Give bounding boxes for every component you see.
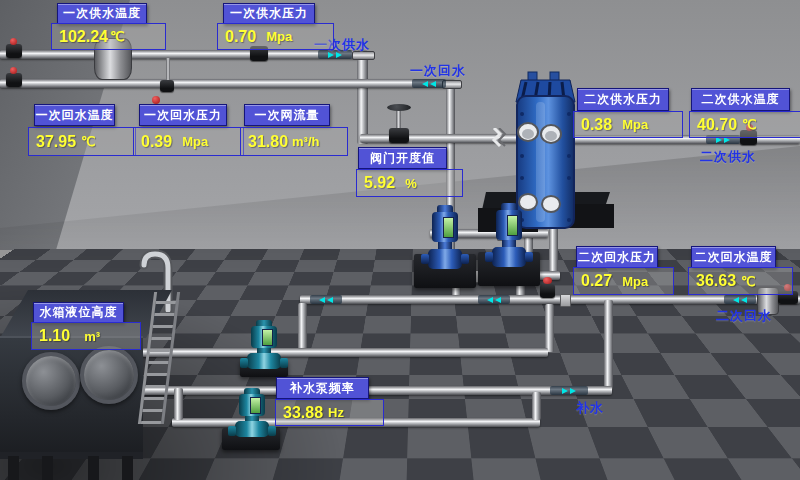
pump-indicator-window — [262, 329, 273, 346]
valve-handle-icon — [152, 96, 160, 104]
panel-value-secondary-supply-pressure: 0.38 Mpa — [573, 111, 683, 138]
pump-volute — [235, 421, 269, 437]
value-number: 0.70 — [225, 28, 256, 46]
value-number: 0.38 — [581, 116, 612, 134]
value-unit: Mpa — [622, 274, 648, 289]
panel-title-primary-return-temp: 一次回水温度 — [34, 104, 115, 126]
value-number: 1.10 — [39, 327, 70, 345]
pump-neck — [502, 240, 516, 247]
valve-icon[interactable] — [540, 284, 555, 298]
pipe-segment — [545, 304, 554, 352]
value-number: 0.27 — [581, 272, 612, 290]
flow-arrow-icon — [310, 295, 342, 304]
panel-value-primary-supply-pressure: 0.70 Mpa — [217, 23, 334, 50]
tank-leg — [122, 456, 133, 480]
panel-value-primary-supply-temp: 102.24 ℃ — [51, 23, 166, 50]
panel-value-primary-flow: 31.80 m³/h — [240, 127, 348, 156]
panel-title-secondary-supply-temp: 二次供水温度 — [691, 88, 790, 111]
valve-icon[interactable] — [160, 80, 174, 92]
flow-arrow-icon — [724, 295, 756, 304]
pipe-segment — [174, 388, 183, 420]
pump-volute — [247, 353, 281, 369]
value-unit: Hz — [328, 405, 344, 420]
panel-value-secondary-return-temp: 36.63 ℃ — [688, 267, 793, 295]
pipe-segment — [298, 303, 307, 352]
valve-handle-icon — [543, 277, 552, 284]
tank-leg — [88, 456, 99, 480]
value-unit: Mpa — [622, 117, 648, 132]
panel-title-secondary-return-temp: 二次回水温度 — [691, 246, 776, 268]
panel-title-tank-level: 水箱液位高度 — [33, 302, 124, 323]
pipe-segment — [357, 54, 368, 144]
tank-manhole-icon — [80, 346, 138, 404]
valve-handle-icon — [10, 38, 17, 45]
panel-value-valve-opening: 5.92 % — [356, 169, 463, 197]
circulation-pump-1[interactable] — [428, 205, 462, 269]
value-unit: ℃ — [81, 134, 96, 149]
pipe-label-primary-return: 一次回水 — [410, 62, 466, 80]
panel-title-primary-return-pressure: 一次回水压力 — [139, 104, 227, 126]
pump-indicator-window — [250, 397, 261, 414]
value-unit: Mpa — [266, 29, 292, 44]
tank-leg — [8, 456, 19, 480]
pump-indicator-window — [507, 215, 518, 236]
panel-title-primary-supply-pressure: 一次供水压力 — [223, 3, 315, 24]
pipe-label-secondary-return: 二次回水 — [716, 307, 772, 325]
control-valve-icon[interactable] — [389, 128, 409, 143]
valve-handle-icon — [10, 67, 17, 74]
panel-value-tank-level: 1.10 m³ — [31, 322, 141, 350]
pump-volute — [428, 249, 462, 269]
panel-title-valve-opening: 阀门开度值 — [358, 147, 447, 169]
value-unit: m³/h — [292, 134, 319, 149]
value-number: 31.80 — [248, 133, 288, 151]
value-number: 33.88 — [283, 404, 323, 422]
pipe-label-secondary-supply: 二次供水 — [700, 148, 756, 166]
tank-manhole-icon — [22, 352, 80, 410]
pump-volute — [492, 247, 526, 267]
pipe-makeup-water — [142, 386, 612, 395]
flow-arrow-icon — [478, 295, 510, 304]
valve-icon[interactable] — [6, 44, 22, 58]
value-unit: ℃ — [741, 274, 756, 289]
panel-value-secondary-supply-temp: 40.70 ℃ — [689, 111, 800, 138]
pipe-segment — [532, 392, 541, 420]
value-number: 5.92 — [364, 174, 395, 192]
value-unit: % — [405, 176, 417, 191]
pipe-primary-return — [0, 79, 455, 88]
pump-cap — [501, 203, 517, 210]
panel-title-secondary-supply-pressure: 二次供水压力 — [577, 88, 669, 111]
flow-arrow-icon — [550, 386, 588, 395]
value-unit: ℃ — [742, 117, 757, 132]
pipe-primary-supply — [0, 50, 368, 59]
value-number: 36.63 — [696, 272, 736, 290]
pipe-segment — [604, 300, 613, 390]
makeup-pump-1[interactable] — [247, 320, 281, 369]
valve-icon[interactable] — [6, 73, 22, 87]
panel-title-primary-supply-temp: 一次供水温度 — [57, 3, 147, 24]
pump-cap — [437, 205, 453, 212]
pipe-label-makeup-water: 补水 — [576, 399, 604, 417]
pump-motor — [239, 394, 265, 416]
panel-title-primary-flow: 一次网流量 — [244, 104, 330, 126]
hmi-scene: 一次供水温度 102.24 ℃ 一次供水压力 0.70 Mpa 一次回水温度 3… — [0, 0, 800, 480]
tank-leg — [42, 456, 53, 480]
control-valve-wheel-icon — [387, 104, 411, 111]
value-number: 0.39 — [141, 133, 172, 151]
value-unit: m³ — [84, 329, 100, 344]
pump-neck — [438, 242, 452, 249]
pump-motor — [251, 326, 277, 348]
pipe-coupling — [560, 294, 571, 307]
flow-arrow-icon — [412, 79, 446, 88]
value-number: 102.24 — [59, 28, 108, 46]
value-number: 40.70 — [697, 116, 737, 134]
makeup-pump-2[interactable] — [235, 388, 269, 437]
panel-title-secondary-return-pressure: 二次回水压力 — [576, 246, 658, 268]
panel-value-makeup-pump-freq: 33.88 Hz — [275, 399, 384, 426]
pump-indicator-window — [443, 217, 454, 238]
circulation-pump-2[interactable] — [492, 203, 526, 267]
pump-motor — [496, 210, 522, 240]
pump-motor — [432, 212, 458, 242]
value-unit: ℃ — [110, 29, 125, 44]
panel-title-makeup-pump-freq: 补水泵频率 — [276, 377, 369, 399]
value-unit: Mpa — [182, 134, 208, 149]
